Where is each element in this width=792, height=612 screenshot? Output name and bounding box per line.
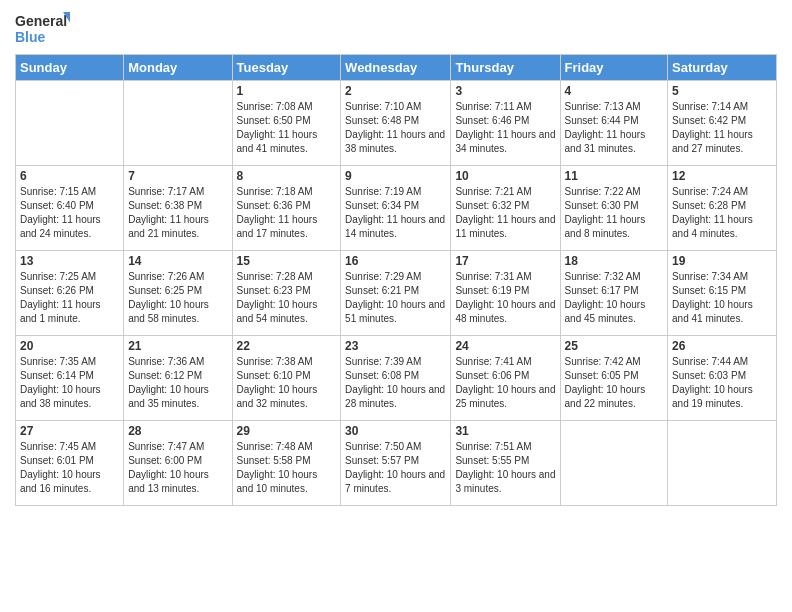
day-cell-19: 19Sunrise: 7:34 AMSunset: 6:15 PMDayligh… — [668, 251, 777, 336]
day-cell-1: 1Sunrise: 7:08 AMSunset: 6:50 PMDaylight… — [232, 81, 341, 166]
logo-svg: General Blue — [15, 10, 70, 48]
day-info: Sunrise: 7:29 AMSunset: 6:21 PMDaylight:… — [345, 270, 446, 326]
day-info: Sunrise: 7:15 AMSunset: 6:40 PMDaylight:… — [20, 185, 119, 241]
day-info: Sunrise: 7:10 AMSunset: 6:48 PMDaylight:… — [345, 100, 446, 156]
day-number: 4 — [565, 84, 664, 98]
day-info: Sunrise: 7:21 AMSunset: 6:32 PMDaylight:… — [455, 185, 555, 241]
day-number: 28 — [128, 424, 227, 438]
week-row-4: 20Sunrise: 7:35 AMSunset: 6:14 PMDayligh… — [16, 336, 777, 421]
day-info: Sunrise: 7:26 AMSunset: 6:25 PMDaylight:… — [128, 270, 227, 326]
day-cell-15: 15Sunrise: 7:28 AMSunset: 6:23 PMDayligh… — [232, 251, 341, 336]
day-cell-27: 27Sunrise: 7:45 AMSunset: 6:01 PMDayligh… — [16, 421, 124, 506]
day-cell-30: 30Sunrise: 7:50 AMSunset: 5:57 PMDayligh… — [341, 421, 451, 506]
day-number: 13 — [20, 254, 119, 268]
day-cell-3: 3Sunrise: 7:11 AMSunset: 6:46 PMDaylight… — [451, 81, 560, 166]
weekday-header-thursday: Thursday — [451, 55, 560, 81]
day-info: Sunrise: 7:14 AMSunset: 6:42 PMDaylight:… — [672, 100, 772, 156]
day-number: 1 — [237, 84, 337, 98]
logo: General Blue — [15, 10, 70, 48]
day-number: 8 — [237, 169, 337, 183]
day-cell-17: 17Sunrise: 7:31 AMSunset: 6:19 PMDayligh… — [451, 251, 560, 336]
day-info: Sunrise: 7:18 AMSunset: 6:36 PMDaylight:… — [237, 185, 337, 241]
day-info: Sunrise: 7:31 AMSunset: 6:19 PMDaylight:… — [455, 270, 555, 326]
svg-text:Blue: Blue — [15, 29, 46, 45]
day-info: Sunrise: 7:39 AMSunset: 6:08 PMDaylight:… — [345, 355, 446, 411]
day-info: Sunrise: 7:17 AMSunset: 6:38 PMDaylight:… — [128, 185, 227, 241]
day-cell-16: 16Sunrise: 7:29 AMSunset: 6:21 PMDayligh… — [341, 251, 451, 336]
day-number: 15 — [237, 254, 337, 268]
day-info: Sunrise: 7:48 AMSunset: 5:58 PMDaylight:… — [237, 440, 337, 496]
day-info: Sunrise: 7:08 AMSunset: 6:50 PMDaylight:… — [237, 100, 337, 156]
day-number: 20 — [20, 339, 119, 353]
svg-text:General: General — [15, 13, 67, 29]
day-info: Sunrise: 7:19 AMSunset: 6:34 PMDaylight:… — [345, 185, 446, 241]
day-cell-13: 13Sunrise: 7:25 AMSunset: 6:26 PMDayligh… — [16, 251, 124, 336]
weekday-header-tuesday: Tuesday — [232, 55, 341, 81]
day-number: 21 — [128, 339, 227, 353]
weekday-header-row: SundayMondayTuesdayWednesdayThursdayFrid… — [16, 55, 777, 81]
day-number: 26 — [672, 339, 772, 353]
day-cell-12: 12Sunrise: 7:24 AMSunset: 6:28 PMDayligh… — [668, 166, 777, 251]
day-cell-7: 7Sunrise: 7:17 AMSunset: 6:38 PMDaylight… — [124, 166, 232, 251]
week-row-1: 1Sunrise: 7:08 AMSunset: 6:50 PMDaylight… — [16, 81, 777, 166]
day-number: 5 — [672, 84, 772, 98]
day-info: Sunrise: 7:45 AMSunset: 6:01 PMDaylight:… — [20, 440, 119, 496]
day-info: Sunrise: 7:22 AMSunset: 6:30 PMDaylight:… — [565, 185, 664, 241]
day-info: Sunrise: 7:32 AMSunset: 6:17 PMDaylight:… — [565, 270, 664, 326]
day-cell-8: 8Sunrise: 7:18 AMSunset: 6:36 PMDaylight… — [232, 166, 341, 251]
day-info: Sunrise: 7:35 AMSunset: 6:14 PMDaylight:… — [20, 355, 119, 411]
day-number: 11 — [565, 169, 664, 183]
day-cell-18: 18Sunrise: 7:32 AMSunset: 6:17 PMDayligh… — [560, 251, 668, 336]
empty-cell — [560, 421, 668, 506]
day-info: Sunrise: 7:44 AMSunset: 6:03 PMDaylight:… — [672, 355, 772, 411]
day-number: 27 — [20, 424, 119, 438]
empty-cell — [124, 81, 232, 166]
day-number: 19 — [672, 254, 772, 268]
day-number: 14 — [128, 254, 227, 268]
day-info: Sunrise: 7:25 AMSunset: 6:26 PMDaylight:… — [20, 270, 119, 326]
day-cell-2: 2Sunrise: 7:10 AMSunset: 6:48 PMDaylight… — [341, 81, 451, 166]
day-number: 31 — [455, 424, 555, 438]
day-info: Sunrise: 7:36 AMSunset: 6:12 PMDaylight:… — [128, 355, 227, 411]
day-cell-4: 4Sunrise: 7:13 AMSunset: 6:44 PMDaylight… — [560, 81, 668, 166]
empty-cell — [16, 81, 124, 166]
day-cell-31: 31Sunrise: 7:51 AMSunset: 5:55 PMDayligh… — [451, 421, 560, 506]
day-number: 22 — [237, 339, 337, 353]
day-cell-24: 24Sunrise: 7:41 AMSunset: 6:06 PMDayligh… — [451, 336, 560, 421]
day-cell-10: 10Sunrise: 7:21 AMSunset: 6:32 PMDayligh… — [451, 166, 560, 251]
day-info: Sunrise: 7:34 AMSunset: 6:15 PMDaylight:… — [672, 270, 772, 326]
day-cell-29: 29Sunrise: 7:48 AMSunset: 5:58 PMDayligh… — [232, 421, 341, 506]
day-cell-6: 6Sunrise: 7:15 AMSunset: 6:40 PMDaylight… — [16, 166, 124, 251]
weekday-header-wednesday: Wednesday — [341, 55, 451, 81]
weekday-header-monday: Monday — [124, 55, 232, 81]
day-cell-23: 23Sunrise: 7:39 AMSunset: 6:08 PMDayligh… — [341, 336, 451, 421]
week-row-3: 13Sunrise: 7:25 AMSunset: 6:26 PMDayligh… — [16, 251, 777, 336]
day-number: 23 — [345, 339, 446, 353]
day-cell-21: 21Sunrise: 7:36 AMSunset: 6:12 PMDayligh… — [124, 336, 232, 421]
day-number: 24 — [455, 339, 555, 353]
day-cell-25: 25Sunrise: 7:42 AMSunset: 6:05 PMDayligh… — [560, 336, 668, 421]
week-row-2: 6Sunrise: 7:15 AMSunset: 6:40 PMDaylight… — [16, 166, 777, 251]
day-info: Sunrise: 7:42 AMSunset: 6:05 PMDaylight:… — [565, 355, 664, 411]
day-info: Sunrise: 7:38 AMSunset: 6:10 PMDaylight:… — [237, 355, 337, 411]
day-info: Sunrise: 7:11 AMSunset: 6:46 PMDaylight:… — [455, 100, 555, 156]
day-info: Sunrise: 7:28 AMSunset: 6:23 PMDaylight:… — [237, 270, 337, 326]
day-info: Sunrise: 7:47 AMSunset: 6:00 PMDaylight:… — [128, 440, 227, 496]
weekday-header-saturday: Saturday — [668, 55, 777, 81]
day-cell-14: 14Sunrise: 7:26 AMSunset: 6:25 PMDayligh… — [124, 251, 232, 336]
day-number: 10 — [455, 169, 555, 183]
empty-cell — [668, 421, 777, 506]
day-cell-20: 20Sunrise: 7:35 AMSunset: 6:14 PMDayligh… — [16, 336, 124, 421]
day-number: 18 — [565, 254, 664, 268]
day-number: 16 — [345, 254, 446, 268]
day-info: Sunrise: 7:50 AMSunset: 5:57 PMDaylight:… — [345, 440, 446, 496]
day-number: 3 — [455, 84, 555, 98]
weekday-header-sunday: Sunday — [16, 55, 124, 81]
day-number: 2 — [345, 84, 446, 98]
day-info: Sunrise: 7:24 AMSunset: 6:28 PMDaylight:… — [672, 185, 772, 241]
day-number: 17 — [455, 254, 555, 268]
day-number: 30 — [345, 424, 446, 438]
day-number: 25 — [565, 339, 664, 353]
day-cell-11: 11Sunrise: 7:22 AMSunset: 6:30 PMDayligh… — [560, 166, 668, 251]
day-cell-22: 22Sunrise: 7:38 AMSunset: 6:10 PMDayligh… — [232, 336, 341, 421]
